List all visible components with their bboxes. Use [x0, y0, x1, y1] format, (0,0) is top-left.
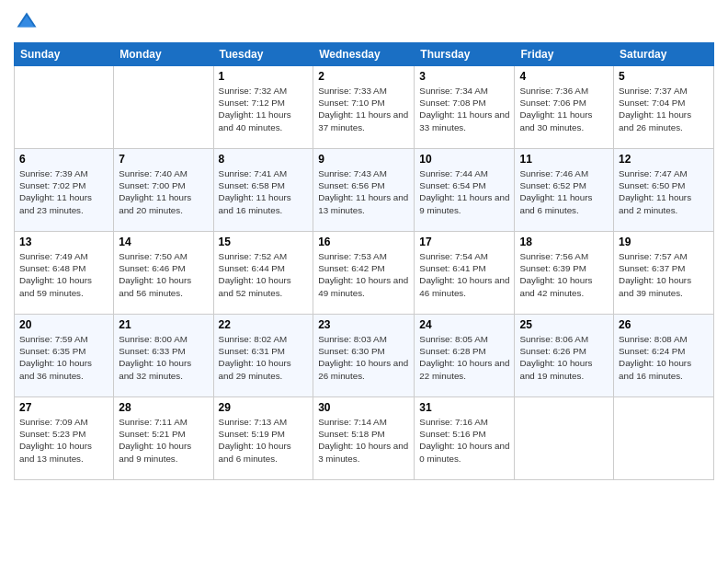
header — [14, 9, 714, 35]
day-number: 16 — [318, 236, 409, 248]
col-header-wednesday: Wednesday — [313, 43, 415, 66]
week-row-3: 20Sunrise: 7:59 AMSunset: 6:35 PMDayligh… — [15, 315, 714, 397]
day-number: 11 — [519, 153, 609, 166]
calendar-cell: 3Sunrise: 7:34 AMSunset: 7:08 PMDaylight… — [415, 66, 515, 149]
calendar-cell: 11Sunrise: 7:46 AMSunset: 6:52 PMDayligh… — [515, 149, 614, 232]
day-number: 5 — [619, 70, 709, 83]
col-header-monday: Monday — [114, 43, 213, 66]
calendar-cell: 24Sunrise: 8:05 AMSunset: 6:28 PMDayligh… — [415, 315, 515, 397]
day-info: Sunrise: 8:00 AMSunset: 6:33 PMDaylight:… — [119, 333, 208, 382]
calendar-header-row: SundayMondayTuesdayWednesdayThursdayFrid… — [15, 43, 714, 66]
day-info: Sunrise: 7:16 AMSunset: 5:16 PMDaylight:… — [419, 416, 509, 465]
calendar-cell: 27Sunrise: 7:09 AMSunset: 5:23 PMDayligh… — [15, 397, 114, 480]
day-info: Sunrise: 8:08 AMSunset: 6:24 PMDaylight:… — [619, 333, 709, 382]
calendar-cell: 8Sunrise: 7:41 AMSunset: 6:58 PMDaylight… — [213, 149, 313, 232]
day-info: Sunrise: 7:39 AMSunset: 7:02 PMDaylight:… — [19, 167, 108, 216]
day-info: Sunrise: 7:59 AMSunset: 6:35 PMDaylight:… — [19, 333, 108, 382]
day-info: Sunrise: 7:41 AMSunset: 6:58 PMDaylight:… — [219, 167, 309, 216]
day-number: 6 — [19, 153, 108, 166]
day-number: 21 — [119, 318, 208, 331]
day-info: Sunrise: 7:34 AMSunset: 7:08 PMDaylight:… — [419, 85, 509, 133]
day-number: 9 — [318, 153, 409, 166]
calendar-cell: 14Sunrise: 7:50 AMSunset: 6:46 PMDayligh… — [114, 232, 213, 315]
calendar-table: SundayMondayTuesdayWednesdayThursdayFrid… — [14, 42, 714, 480]
col-header-sunday: Sunday — [15, 43, 114, 66]
day-info: Sunrise: 7:50 AMSunset: 6:46 PMDaylight:… — [119, 250, 208, 299]
day-number: 30 — [318, 401, 409, 414]
day-number: 28 — [119, 401, 208, 414]
calendar-cell: 23Sunrise: 8:03 AMSunset: 6:30 PMDayligh… — [313, 315, 415, 397]
calendar-cell: 30Sunrise: 7:14 AMSunset: 5:18 PMDayligh… — [313, 397, 415, 480]
day-info: Sunrise: 7:56 AMSunset: 6:39 PMDaylight:… — [519, 250, 609, 299]
day-number: 24 — [419, 318, 509, 331]
day-number: 2 — [318, 70, 409, 83]
day-number: 10 — [419, 153, 509, 166]
calendar-cell: 19Sunrise: 7:57 AMSunset: 6:37 PMDayligh… — [614, 232, 714, 315]
calendar-cell: 1Sunrise: 7:32 AMSunset: 7:12 PMDaylight… — [213, 66, 313, 149]
day-info: Sunrise: 7:54 AMSunset: 6:41 PMDaylight:… — [419, 250, 509, 299]
day-number: 20 — [19, 318, 108, 331]
day-info: Sunrise: 7:44 AMSunset: 6:54 PMDaylight:… — [419, 167, 509, 216]
calendar-cell: 28Sunrise: 7:11 AMSunset: 5:21 PMDayligh… — [114, 397, 213, 480]
day-info: Sunrise: 7:49 AMSunset: 6:48 PMDaylight:… — [19, 250, 108, 299]
day-info: Sunrise: 7:47 AMSunset: 6:50 PMDaylight:… — [619, 167, 709, 216]
logo-icon — [14, 9, 40, 35]
day-number: 3 — [419, 70, 509, 83]
day-number: 18 — [519, 236, 609, 248]
day-info: Sunrise: 7:13 AMSunset: 5:19 PMDaylight:… — [219, 416, 309, 465]
day-number: 25 — [519, 318, 609, 331]
col-header-saturday: Saturday — [614, 43, 714, 66]
day-info: Sunrise: 7:11 AMSunset: 5:21 PMDaylight:… — [119, 416, 208, 465]
calendar-cell: 21Sunrise: 8:00 AMSunset: 6:33 PMDayligh… — [114, 315, 213, 397]
calendar-cell: 10Sunrise: 7:44 AMSunset: 6:54 PMDayligh… — [415, 149, 515, 232]
day-info: Sunrise: 7:40 AMSunset: 7:00 PMDaylight:… — [119, 167, 208, 216]
calendar-cell — [515, 397, 614, 480]
calendar-cell: 5Sunrise: 7:37 AMSunset: 7:04 PMDaylight… — [614, 66, 714, 149]
calendar-cell: 20Sunrise: 7:59 AMSunset: 6:35 PMDayligh… — [15, 315, 114, 397]
day-info: Sunrise: 8:03 AMSunset: 6:30 PMDaylight:… — [318, 333, 409, 382]
day-number: 7 — [119, 153, 208, 166]
logo — [14, 9, 43, 35]
calendar-cell: 13Sunrise: 7:49 AMSunset: 6:48 PMDayligh… — [15, 232, 114, 315]
day-info: Sunrise: 7:52 AMSunset: 6:44 PMDaylight:… — [219, 250, 309, 299]
calendar-cell: 29Sunrise: 7:13 AMSunset: 5:19 PMDayligh… — [213, 397, 313, 480]
col-header-thursday: Thursday — [415, 43, 515, 66]
calendar-cell: 18Sunrise: 7:56 AMSunset: 6:39 PMDayligh… — [515, 232, 614, 315]
day-info: Sunrise: 7:46 AMSunset: 6:52 PMDaylight:… — [519, 167, 609, 216]
day-number: 1 — [219, 70, 309, 83]
calendar-cell: 17Sunrise: 7:54 AMSunset: 6:41 PMDayligh… — [415, 232, 515, 315]
calendar-cell — [114, 66, 213, 149]
day-number: 8 — [219, 153, 309, 166]
day-number: 15 — [219, 236, 309, 248]
calendar-cell: 6Sunrise: 7:39 AMSunset: 7:02 PMDaylight… — [15, 149, 114, 232]
calendar-cell: 31Sunrise: 7:16 AMSunset: 5:16 PMDayligh… — [415, 397, 515, 480]
calendar-cell — [15, 66, 114, 149]
week-row-0: 1Sunrise: 7:32 AMSunset: 7:12 PMDaylight… — [15, 66, 714, 149]
calendar-cell: 25Sunrise: 8:06 AMSunset: 6:26 PMDayligh… — [515, 315, 614, 397]
day-number: 29 — [219, 401, 309, 414]
calendar-cell — [614, 397, 714, 480]
day-info: Sunrise: 7:33 AMSunset: 7:10 PMDaylight:… — [318, 85, 409, 133]
day-info: Sunrise: 7:14 AMSunset: 5:18 PMDaylight:… — [318, 416, 409, 465]
day-number: 17 — [419, 236, 509, 248]
day-number: 13 — [19, 236, 108, 248]
day-info: Sunrise: 7:57 AMSunset: 6:37 PMDaylight:… — [619, 250, 709, 299]
calendar-cell: 15Sunrise: 7:52 AMSunset: 6:44 PMDayligh… — [213, 232, 313, 315]
calendar-cell: 22Sunrise: 8:02 AMSunset: 6:31 PMDayligh… — [213, 315, 313, 397]
day-number: 12 — [619, 153, 709, 166]
col-header-friday: Friday — [515, 43, 614, 66]
day-info: Sunrise: 7:37 AMSunset: 7:04 PMDaylight:… — [619, 85, 709, 133]
day-number: 19 — [619, 236, 709, 248]
day-number: 14 — [119, 236, 208, 248]
day-info: Sunrise: 8:02 AMSunset: 6:31 PMDaylight:… — [219, 333, 309, 382]
calendar-cell: 4Sunrise: 7:36 AMSunset: 7:06 PMDaylight… — [515, 66, 614, 149]
calendar-cell: 2Sunrise: 7:33 AMSunset: 7:10 PMDaylight… — [313, 66, 415, 149]
calendar-cell: 26Sunrise: 8:08 AMSunset: 6:24 PMDayligh… — [614, 315, 714, 397]
day-number: 22 — [219, 318, 309, 331]
calendar-cell: 7Sunrise: 7:40 AMSunset: 7:00 PMDaylight… — [114, 149, 213, 232]
week-row-1: 6Sunrise: 7:39 AMSunset: 7:02 PMDaylight… — [15, 149, 714, 232]
col-header-tuesday: Tuesday — [213, 43, 313, 66]
day-number: 27 — [19, 401, 108, 414]
calendar-cell: 16Sunrise: 7:53 AMSunset: 6:42 PMDayligh… — [313, 232, 415, 315]
day-number: 4 — [519, 70, 609, 83]
